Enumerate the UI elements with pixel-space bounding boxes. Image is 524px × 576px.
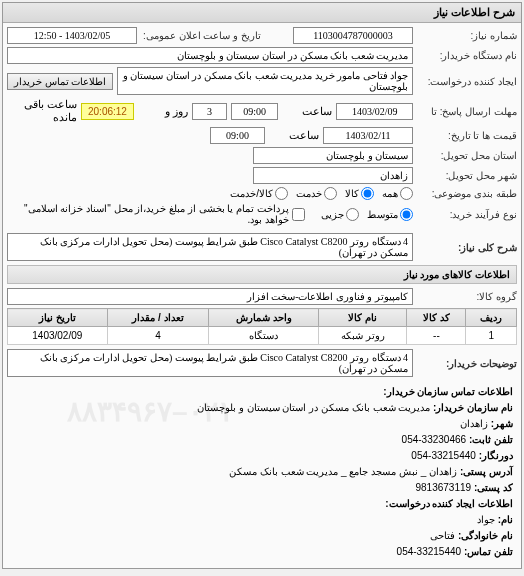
buyer-org-field: مدیریت شعب بانک مسکن در استان سیستان و ب… [7, 47, 413, 64]
td-qty: 4 [107, 327, 209, 345]
lname: فتاحی [430, 530, 455, 541]
line-postal: کد پستی: 9813673119 [11, 480, 513, 496]
radio-service-input[interactable] [324, 187, 337, 200]
td-unit: دستگاه [209, 327, 319, 345]
goods-table: ردیف کد کالا نام کالا واحد شمارش تعداد /… [7, 308, 517, 345]
table-row[interactable]: 1 -- روتر شبکه دستگاه 4 1403/02/09 [8, 327, 517, 345]
payment-checkbox-input[interactable] [292, 208, 305, 221]
phone-label: تلفن ثابت: [469, 434, 513, 445]
subject-radio-group: همه کالا خدمت کالا/خدمت [230, 187, 413, 200]
payment-note: پرداخت تمام یا بخشی از مبلغ خرید،از محل … [7, 203, 289, 225]
th-qty: تعداد / مقدار [107, 309, 209, 327]
days-field: 3 [192, 103, 227, 120]
req-number-label: شماره نیاز: [417, 30, 517, 41]
announce-field: 1403/02/05 - 12:50 [7, 27, 137, 44]
city: زاهدان [460, 418, 488, 429]
radio-small-input[interactable] [346, 208, 359, 221]
rphone: 33215440-054 [397, 546, 462, 557]
requester-field: جواد فتاحی مامور خرید مدیریت شعب بانک مس… [117, 67, 413, 95]
td-row: 1 [466, 327, 517, 345]
payment-checkbox[interactable]: پرداخت تمام یا بخشی از مبلغ خرید،از محل … [7, 203, 305, 225]
radio-service[interactable]: خدمت [296, 187, 337, 200]
fax: 33215440-054 [411, 450, 476, 461]
row-subject: طبقه بندی موضوعی: همه کالا خدمت کالا/خدم… [7, 187, 517, 200]
lname-label: نام خانوادگی: [458, 530, 513, 541]
buyer-notes-field: 4 دستگاه روتر Cisco Catalyst C8200 طبق ش… [7, 349, 413, 377]
deliver-city-field: زاهدان [253, 167, 413, 184]
row-buyer-org: نام دستگاه خریدار: مدیریت شعب بانک مسکن … [7, 47, 517, 64]
contact-title: اطلاعات تماس سازمان خریدار: [11, 384, 513, 400]
address-label: آدرس پستی: [460, 466, 513, 477]
req-number-field: 1103004787000003 [293, 27, 413, 44]
radio-all-input[interactable] [400, 187, 413, 200]
contract-label: نوع فرآیند خرید: [417, 209, 517, 220]
need-desc-field: 4 دستگاه روتر Cisco Catalyst C8200 طبق ش… [7, 233, 413, 261]
line-org: نام سازمان خریدار: مدیریت شعب بانک مسکن … [11, 400, 513, 416]
table-header-row: ردیف کد کالا نام کالا واحد شمارش تعداد /… [8, 309, 517, 327]
buyer-notes-label: توضیحات خریدار: [417, 358, 517, 369]
radio-medium[interactable]: متوسط [367, 208, 413, 221]
row-req-number: شماره نیاز: 1103004787000003 تاریخ و ساع… [7, 27, 517, 44]
row-goods-group: گروه کالا: کامپیوتر و فناوری اطلاعات-سخت… [7, 288, 517, 305]
row-deliver-province: استان محل تحویل: سیستان و بلوچستان [7, 147, 517, 164]
deliver-province-field: سیستان و بلوچستان [253, 147, 413, 164]
goods-group-field: کامپیوتر و فناوری اطلاعات-سخت افزار [7, 288, 413, 305]
buyer-org-label: نام دستگاه خریدار: [417, 50, 517, 61]
phone: 33230466-054 [402, 434, 467, 445]
th-date: تاریخ نیاز [8, 309, 108, 327]
th-name: نام کالا [318, 309, 407, 327]
deadline-date-field: 1403/02/09 [336, 103, 413, 120]
row-requester: ایجاد کننده درخواست: جواد فتاحی مامور خر… [7, 67, 517, 95]
remain-label: ساعت باقی مانده [7, 98, 77, 124]
line-city: شهر: زاهدان [11, 416, 513, 432]
td-date: 1403/02/09 [8, 327, 108, 345]
price-date-field: 1403/02/11 [323, 127, 413, 144]
row-buyer-notes: توضیحات خریدار: 4 دستگاه روتر Cisco Cata… [7, 349, 517, 377]
line-phone: تلفن ثابت: 33230466-054 [11, 432, 513, 448]
price-until-label: قیمت ها تا تاریخ: [417, 130, 517, 141]
panel-body: شماره نیاز: 1103004787000003 تاریخ و ساع… [3, 23, 521, 568]
radio-all[interactable]: همه [382, 187, 413, 200]
org-name: مدیریت شعب بانک مسکن در استان سیستان و ب… [197, 402, 430, 413]
row-need-desc: شرح کلی نیاز: 4 دستگاه روتر Cisco Cataly… [7, 233, 517, 261]
deliver-province-label: استان محل تحویل: [417, 150, 517, 161]
postal-label: کد پستی: [474, 482, 513, 493]
price-time-label: ساعت [269, 129, 319, 142]
city-label: شهر: [491, 418, 513, 429]
th-code: کد کالا [407, 309, 466, 327]
radio-both[interactable]: کالا/خدمت [230, 187, 288, 200]
th-row: ردیف [466, 309, 517, 327]
days-label: روز و [138, 105, 188, 118]
row-contract: نوع فرآیند خرید: متوسط جزیی پرداخت تمام … [7, 203, 517, 225]
deadline-label: مهلت ارسال پاسخ: تا [417, 106, 517, 117]
line-lname: نام خانوادگی: فتاحی [11, 528, 513, 544]
radio-both-input[interactable] [275, 187, 288, 200]
main-panel: شرح اطلاعات نیاز شماره نیاز: 11030047870… [2, 2, 522, 569]
row-deadline: مهلت ارسال پاسخ: تا 1403/02/09 ساعت 09:0… [7, 98, 517, 124]
announce-label: تاریخ و ساعت اعلان عمومی: [141, 30, 261, 41]
goods-group-label: گروه کالا: [417, 291, 517, 302]
fname: جواد [477, 514, 495, 525]
remaining-timer: 20:06:12 [81, 103, 134, 120]
radio-goods-input[interactable] [361, 187, 374, 200]
need-desc-label: شرح کلی نیاز: [417, 242, 517, 253]
buyer-contact-button[interactable]: اطلاعات تماس خریدار [7, 73, 113, 90]
requester-label: ایجاد کننده درخواست: [417, 76, 517, 87]
radio-medium-input[interactable] [400, 208, 413, 221]
td-name: روتر شبکه [318, 327, 407, 345]
deliver-city-label: شهر محل تحویل: [417, 170, 517, 181]
panel-header: شرح اطلاعات نیاز [3, 3, 521, 23]
price-time-field: 09:00 [210, 127, 265, 144]
address: زاهدان _ نبش مسجد جامع _ مدیریت شعب بانک… [229, 466, 457, 477]
line-rphone: تلفن تماس: 33215440-054 [11, 544, 513, 560]
row-deliver-city: شهر محل تحویل: زاهدان [7, 167, 517, 184]
radio-small[interactable]: جزیی [321, 208, 359, 221]
line-fname: نام: جواد [11, 512, 513, 528]
line-address: آدرس پستی: زاهدان _ نبش مسجد جامع _ مدیر… [11, 464, 513, 480]
radio-goods[interactable]: کالا [345, 187, 374, 200]
th-unit: واحد شمارش [209, 309, 319, 327]
fax-label: دورنگار: [479, 450, 513, 461]
rphone-label: تلفن تماس: [464, 546, 513, 557]
postal: 9813673119 [415, 482, 471, 493]
row-price-until: قیمت ها تا تاریخ: 1403/02/11 ساعت 09:00 [7, 127, 517, 144]
